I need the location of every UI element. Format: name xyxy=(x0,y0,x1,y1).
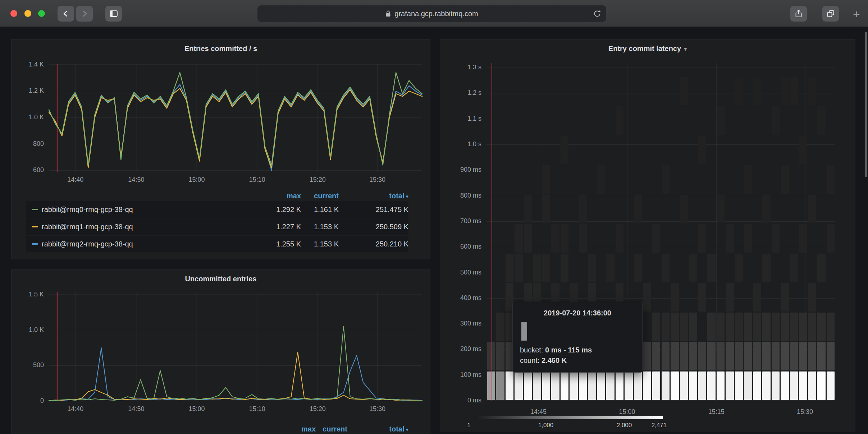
back-button[interactable] xyxy=(58,6,74,22)
heatmap-cell xyxy=(735,313,743,341)
y-axis-tick-label: 0 xyxy=(12,397,44,405)
heatmap-cell xyxy=(744,342,752,370)
reload-icon xyxy=(593,9,602,18)
series-name[interactable]: rabbit@rmq2-rmq-gcp-38-qq xyxy=(42,240,133,248)
x-axis-tick-label: 15:00 xyxy=(610,408,644,416)
heatmap-cell xyxy=(524,224,532,253)
tab-overview-button[interactable] xyxy=(822,6,839,22)
heatmap-cell xyxy=(515,254,523,282)
heatmap-cell xyxy=(762,313,771,341)
panel-title[interactable]: Uncommitted entries xyxy=(12,275,430,283)
y-axis-tick-label: 300 ms xyxy=(449,320,481,327)
heatmap-cell xyxy=(790,313,798,341)
caret-down-icon: ▾ xyxy=(406,193,408,199)
heatmap-cell xyxy=(726,371,734,400)
series-current-value: 1.153 K xyxy=(301,240,339,248)
heatmap-cell xyxy=(579,224,587,253)
series-name[interactable]: rabbit@rmq1-rmq-gcp-38-qq xyxy=(42,223,133,231)
legend-header-current[interactable]: current xyxy=(316,425,347,433)
panel-menu-caret-icon[interactable]: ▾ xyxy=(684,46,687,52)
legend-name-cell: rabbit@rmq2-rmq-gcp-38-qq xyxy=(26,240,251,248)
heatmap-cell xyxy=(799,342,807,370)
annotation-line xyxy=(492,63,492,401)
heatmap-cell xyxy=(790,342,798,370)
heatmap-cell xyxy=(680,195,688,223)
tabs-icon xyxy=(826,9,835,18)
scrollbar-thumb[interactable] xyxy=(865,32,867,177)
series-line-blue xyxy=(49,84,422,170)
legend-header-current[interactable]: current xyxy=(301,192,339,200)
reload-button[interactable] xyxy=(593,9,602,18)
heatmap-cell xyxy=(561,371,569,400)
heatmap-cell xyxy=(689,254,697,282)
heatmap-cell xyxy=(698,342,707,370)
series-color-swatch xyxy=(32,209,38,210)
legend-row[interactable]: rabbit@rmq1-rmq-gcp-38-qq1.227 K1.153 K2… xyxy=(26,218,408,235)
heatmap-cell xyxy=(772,106,780,135)
heatmap-cell xyxy=(717,195,725,223)
heatmap-cell xyxy=(735,342,743,370)
heatmap-cell xyxy=(753,371,762,400)
heatmap-cell xyxy=(698,371,707,400)
legend-header-total[interactable]: total▾ xyxy=(339,192,408,200)
legend-header-row: max current total▾ xyxy=(26,190,408,201)
heatmap-cell xyxy=(772,371,780,400)
legend-row[interactable]: rabbit@rmq0-rmq-gcp-38-qq1.292 K1.161 K2… xyxy=(26,201,408,218)
y-axis-tick-label: 500 ms xyxy=(449,269,481,276)
series-total-value: 251.475 K xyxy=(339,206,408,214)
series-name[interactable]: rabbit@rmq0-rmq-gcp-38-qq xyxy=(42,206,133,214)
heatmap-cell xyxy=(561,254,569,282)
y-axis-tick-label: 0 ms xyxy=(449,397,481,404)
x-axis-tick-label: 14:50 xyxy=(119,176,154,184)
legend-header-total[interactable]: total▾ xyxy=(347,425,408,433)
y-axis-tick-label: 600 xyxy=(12,166,44,174)
line-chart-canvas xyxy=(49,64,422,172)
share-button[interactable] xyxy=(790,6,807,22)
new-tab-icon[interactable]: + xyxy=(853,8,860,20)
legend-header-max[interactable]: max xyxy=(265,425,316,433)
series-color-swatch xyxy=(32,226,38,227)
heatmap-cell xyxy=(817,106,826,135)
forward-button[interactable] xyxy=(76,6,93,22)
heatmap-cell xyxy=(515,371,523,400)
heatmap-cell xyxy=(616,371,624,400)
legend-row[interactable]: rabbit@rmq2-rmq-gcp-38-qq1.255 K1.153 K2… xyxy=(26,236,408,252)
heatmap-cell xyxy=(542,195,551,223)
heatmap-cell xyxy=(744,313,752,341)
entries-committed-chart[interactable]: 1.4 K1.2 K1.0 K80060014:4014:5015:0015:1… xyxy=(49,64,422,172)
heatmap-cell xyxy=(799,313,807,341)
zoom-window-button[interactable] xyxy=(38,10,45,17)
heatmap-cell xyxy=(496,313,504,341)
close-window-button[interactable] xyxy=(10,10,17,17)
lock-icon xyxy=(385,10,391,17)
heatmap-cell xyxy=(542,254,551,282)
heatmap-cell xyxy=(680,77,688,105)
heatmap-cell xyxy=(817,313,826,341)
heatmap-cell xyxy=(671,313,679,341)
sidebar-toggle-button[interactable] xyxy=(105,6,122,22)
heatmap-cell xyxy=(772,342,780,370)
uncommitted-entries-chart[interactable]: 1.5 K1.0 K500014:4014:5015:0015:1015:201… xyxy=(49,292,422,401)
heatmap-cell xyxy=(506,371,514,400)
heatmap-cell xyxy=(551,371,559,400)
heatmap-cell xyxy=(634,371,642,400)
bucket-color-swatch xyxy=(521,322,527,341)
address-bar[interactable]: grafana.gcp.rabbitmq.com xyxy=(257,5,606,22)
series-line-blue xyxy=(49,348,422,401)
chevron-left-icon xyxy=(61,9,70,18)
series-current-value: 1.153 K xyxy=(301,223,339,231)
panel-title[interactable]: Entry commit latency▾ xyxy=(440,45,855,53)
heatmap-cell xyxy=(717,106,725,135)
heatmap-cell xyxy=(533,254,541,282)
panel-title[interactable]: Entries committed / s xyxy=(12,45,430,53)
legend-name-cell: rabbit@rmq1-rmq-gcp-38-qq xyxy=(26,223,251,231)
heatmap-cell xyxy=(524,371,532,400)
legend-header-max[interactable]: max xyxy=(251,192,301,200)
heatmap-cell xyxy=(698,224,707,253)
heatmap-cell xyxy=(671,283,679,311)
minimize-window-button[interactable] xyxy=(24,10,31,17)
x-axis-tick-label: 15:30 xyxy=(360,405,394,413)
heatmap-cell xyxy=(579,195,587,223)
heatmap-cell xyxy=(790,77,798,105)
heatmap-cell xyxy=(726,313,734,341)
